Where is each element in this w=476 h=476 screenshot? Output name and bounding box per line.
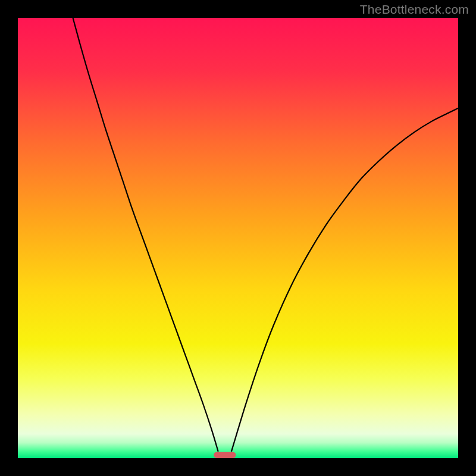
chart-background xyxy=(18,18,458,458)
minimum-marker xyxy=(214,452,236,458)
chart-svg xyxy=(18,18,458,458)
chart-plot-area xyxy=(18,18,458,458)
watermark-text: TheBottleneck.com xyxy=(360,2,469,17)
outer-frame: TheBottleneck.com xyxy=(0,0,476,476)
